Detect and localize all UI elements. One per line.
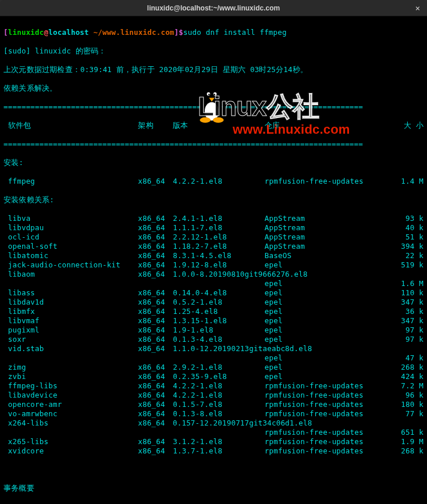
- table-row: libassx86_640.14.0-4.el8epel110 k: [3, 288, 424, 298]
- metadata-line: 上次元数据过期检查：0:39:41 前，执行于 2020年02月29日 星期六 …: [3, 65, 424, 74]
- table-row: xvidcorex86_641.3.7-1.el8rpmfusion-free-…: [3, 446, 424, 456]
- svg-point-6: [214, 94, 215, 95]
- table-row: libaomx86_641.0.0-8.20190810git9666276.e…: [3, 270, 424, 279]
- svg-point-4: [214, 92, 217, 96]
- close-icon[interactable]: ×: [413, 3, 422, 13]
- window-titlebar: linuxidc@localhost:~/www.linuxidc.com ×: [0, 0, 427, 16]
- sudo-prompt: [sudo] linuxidc 的密码：: [3, 47, 424, 56]
- terminal-output[interactable]: [linuxidc@localhost ~/www.linuxidc.com]$…: [0, 16, 427, 504]
- prompt-line: [linuxidc@localhost ~/www.linuxidc.com]$…: [3, 28, 424, 37]
- command-text: sudo dnf install ffmpeg: [183, 28, 287, 37]
- table-row: rpmfusion-free-updates651 k: [3, 428, 424, 437]
- separator: ========================================…: [3, 102, 424, 112]
- table-row: libvmafx86_641.3.15-1.el8epel347 k: [3, 316, 424, 326]
- table-row: libmfxx86_641.25-4.el8epel36 k: [3, 307, 424, 316]
- table-row: libvax86_642.4.1-1.el8AppStream93 k: [3, 214, 424, 223]
- table-row: libavdevicex86_644.2.2-1.el8rpmfusion-fr…: [3, 391, 424, 400]
- table-row: libvdpaux86_641.1.1-7.el8AppStream40 k: [3, 223, 424, 233]
- table-row: zimgx86_642.9.2-1.el8epel268 k: [3, 363, 424, 372]
- separator: ========================================…: [3, 140, 424, 149]
- table-row: zvbix86_640.2.35-9.el8epel424 k: [3, 372, 424, 381]
- table-row: vo-amrwbencx86_640.1.3-8.el8rpmfusion-fr…: [3, 409, 424, 419]
- table-row: soxrx86_640.1.3-4.el8epel97 k: [3, 335, 424, 344]
- txn-summary-title: 事务概要: [3, 484, 424, 493]
- svg-point-3: [207, 92, 211, 96]
- table-row: opencore-amrx86_640.1.5-7.el8rpmfusion-f…: [3, 400, 424, 409]
- table-row: epel47 k: [3, 353, 424, 363]
- table-row: ocl-icdx86_642.2.12-1.el8AppStream51 k: [3, 233, 424, 242]
- table-row: vid.stabx86_641.1.0-12.20190213gitaeabc8…: [3, 344, 424, 353]
- deps-resolved: 依赖关系解决。: [3, 84, 424, 93]
- section-install: 安装:: [3, 158, 424, 167]
- table-row: pugixmlx86_641.9-1.el8epel97 k: [3, 326, 424, 335]
- table-row: jack-audio-connection-kitx86_641.9.12-8.…: [3, 260, 424, 270]
- window-title: linuxidc@localhost:~/www.linuxidc.com: [147, 3, 280, 13]
- table-row: ffmpegx86_644.2.2-1.el8rpmfusion-free-up…: [3, 177, 424, 186]
- table-row: ffmpeg-libsx86_644.2.2-1.el8rpmfusion-fr…: [3, 381, 424, 391]
- table-row: libatomicx86_648.3.1-4.5.el8BaseOS22 k: [3, 251, 424, 260]
- table-row: x265-libsx86_643.1.2-1.el8rpmfusion-free…: [3, 437, 424, 446]
- table-row: libdav1dx86_640.5.2-1.el8epel347 k: [3, 298, 424, 307]
- section-deps: 安装依赖关系:: [3, 195, 424, 205]
- table-header: 软件包架构版本仓库大 小: [3, 121, 424, 130]
- table-row: x264-libsx86_640.157-12.20190717git34c06…: [3, 419, 424, 428]
- svg-point-5: [208, 94, 210, 95]
- table-row: openal-softx86_641.18.2-7.el8AppStream39…: [3, 242, 424, 251]
- table-row: epel1.6 M: [3, 279, 424, 288]
